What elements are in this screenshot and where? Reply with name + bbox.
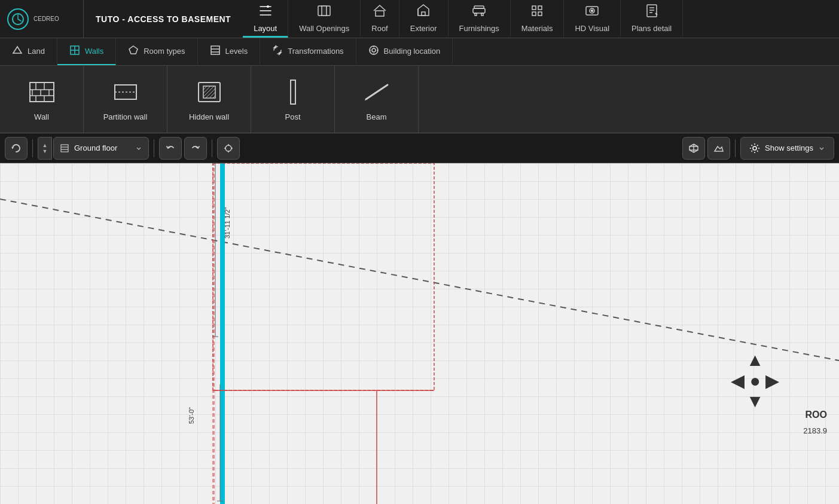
tab-walls[interactable]: Walls [57, 38, 116, 65]
tab-room-types[interactable]: Room types [116, 38, 197, 65]
svg-rect-3 [322, 6, 327, 16]
mountain-view-button[interactable] [707, 137, 730, 160]
room-dims: 2183.9 [803, 426, 827, 435]
move-cursor-indicator: ▲ ◀ ● ▶ ▼ [731, 350, 779, 411]
wall-item-beam[interactable]: Beam [335, 66, 419, 133]
separator-3 [212, 139, 212, 157]
svg-line-35 [0, 199, 839, 361]
top-nav: CEDREO TUTO - ACCESS TO BASEMENT Layout [0, 0, 839, 38]
redo-button[interactable] [184, 137, 207, 160]
nav-hd-visual[interactable]: HD Visual [564, 0, 621, 38]
beam-icon [362, 78, 391, 106]
land-icon [12, 45, 23, 58]
nav-plans-detail[interactable]: Plans detail [621, 0, 683, 38]
second-toolbar: Land Walls Room types Levels [0, 38, 839, 66]
room-label: ROO [806, 410, 827, 420]
walls-toolbar: Wall Partition wall Hidden wall Post Bea… [0, 66, 839, 133]
hidden-wall-icon [195, 78, 224, 106]
svg-point-34 [753, 146, 756, 150]
refresh-button[interactable] [5, 137, 28, 160]
nav-materials[interactable]: Materials [511, 0, 565, 38]
canvas-drawing [0, 163, 839, 504]
wall-item-wall[interactable]: Wall [0, 66, 84, 133]
nav-layout[interactable]: Layout [243, 0, 288, 38]
dim-vertical: 31'-11 1/2" [224, 207, 231, 239]
nav-items: Layout Wall Openings Roof [243, 0, 839, 38]
dim-horizontal: 53'-0" [188, 407, 195, 424]
logo-icon [7, 8, 29, 30]
hd-visual-icon [585, 4, 599, 22]
tab-levels[interactable]: Levels [198, 38, 261, 65]
transformations-icon [272, 45, 283, 58]
svg-point-1 [267, 5, 269, 8]
post-icon [279, 78, 307, 106]
svg-rect-18 [30, 83, 54, 102]
tab-land[interactable]: Land [0, 38, 57, 65]
svg-point-12 [591, 10, 593, 11]
layout-icon [258, 4, 273, 22]
separator-2 [154, 139, 154, 157]
logo-text: CEDREO [33, 16, 59, 23]
nav-furnishings[interactable]: Furnishings [449, 0, 511, 38]
svg-point-33 [225, 145, 231, 151]
svg-rect-6 [473, 8, 485, 13]
svg-rect-5 [422, 12, 425, 16]
separator-1 [32, 139, 33, 157]
partition-wall-icon [111, 78, 140, 106]
3d-view-button[interactable] [682, 137, 705, 160]
wall-icon [28, 78, 56, 106]
svg-rect-30 [199, 83, 220, 102]
svg-point-16 [370, 46, 378, 54]
furnishings-icon [472, 4, 486, 22]
floor-selector[interactable]: Ground floor [53, 137, 149, 160]
svg-rect-8 [481, 13, 483, 16]
svg-rect-32 [61, 145, 68, 152]
plans-detail-icon [645, 4, 659, 22]
svg-rect-13 [647, 5, 657, 17]
svg-rect-4 [376, 11, 384, 16]
nav-roof[interactable]: Roof [361, 0, 399, 38]
exterior-icon [416, 4, 431, 22]
logo-area: CEDREO [0, 0, 84, 38]
snap-button[interactable] [217, 137, 240, 160]
materials-icon [530, 4, 544, 22]
svg-rect-9 [474, 6, 484, 8]
levels-icon [210, 45, 221, 58]
svg-rect-31 [291, 80, 295, 104]
nav-wall-openings[interactable]: Wall Openings [288, 0, 361, 38]
roof-icon [373, 4, 387, 22]
app-title: TUTO - ACCESS TO BASEMENT [84, 0, 243, 38]
building-location-icon [368, 45, 379, 58]
svg-rect-37 [213, 163, 214, 504]
wall-item-partition[interactable]: Partition wall [84, 66, 167, 133]
wall-openings-icon [317, 4, 331, 22]
wall-item-hidden[interactable]: Hidden wall [167, 66, 251, 133]
walls-icon [69, 45, 80, 58]
show-settings-button[interactable]: Show settings [740, 137, 834, 160]
svg-rect-7 [475, 13, 477, 16]
undo-button[interactable] [159, 137, 182, 160]
svg-rect-15 [211, 46, 219, 54]
room-types-icon [128, 45, 139, 58]
tab-transformations[interactable]: Transformations [260, 38, 356, 65]
floor-updown[interactable]: ▲▼ [38, 137, 52, 160]
canvas-area[interactable]: 31'-11 1/2" 53'-0" ▲ ◀ ● ▶ ▼ ROO 2183.9 [0, 163, 839, 504]
wall-item-post[interactable]: Post [251, 66, 335, 133]
svg-point-17 [372, 48, 376, 52]
nav-exterior[interactable]: Exterior [399, 0, 449, 38]
action-bar: ▲▼ Ground floor [0, 133, 839, 163]
svg-rect-38 [213, 163, 434, 390]
separator-4 [735, 139, 736, 157]
tab-building-location[interactable]: Building location [356, 38, 453, 65]
